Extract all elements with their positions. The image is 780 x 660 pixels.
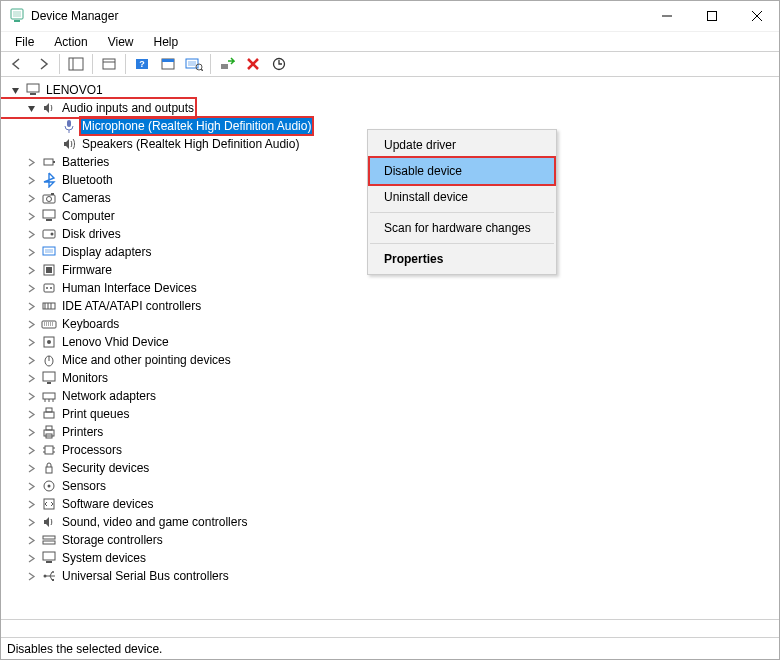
audio-icon bbox=[41, 100, 57, 116]
tree-item[interactable]: Sensors bbox=[1, 477, 779, 495]
chevron-right-icon[interactable] bbox=[25, 282, 37, 294]
chevron-right-icon[interactable] bbox=[25, 408, 37, 420]
chevron-right-icon[interactable] bbox=[25, 552, 37, 564]
chevron-right-icon[interactable] bbox=[25, 444, 37, 456]
maximize-button[interactable] bbox=[689, 1, 734, 31]
chevron-down-icon[interactable] bbox=[25, 102, 37, 114]
back-button[interactable] bbox=[5, 53, 29, 75]
tree-item[interactable]: Print queues bbox=[1, 405, 779, 423]
device-icon bbox=[41, 280, 57, 296]
ctx-scan-hardware[interactable]: Scan for hardware changes bbox=[370, 215, 554, 241]
tree-item[interactable]: Software devices bbox=[1, 495, 779, 513]
tree-item-label: Processors bbox=[61, 442, 123, 458]
chevron-right-icon[interactable] bbox=[25, 192, 37, 204]
scan-hardware-button[interactable] bbox=[182, 53, 206, 75]
action-button[interactable] bbox=[156, 53, 180, 75]
tree-item-microphone-label: Microphone (Realtek High Definition Audi… bbox=[81, 118, 312, 134]
tree-item[interactable]: Universal Serial Bus controllers bbox=[1, 567, 779, 585]
tree-item[interactable]: IDE ATA/ATAPI controllers bbox=[1, 297, 779, 315]
enable-device-button[interactable] bbox=[215, 53, 239, 75]
svg-rect-1 bbox=[13, 11, 21, 17]
chevron-down-icon[interactable] bbox=[9, 84, 21, 96]
chevron-right-icon[interactable] bbox=[25, 336, 37, 348]
status-text: Disables the selected device. bbox=[7, 642, 162, 656]
device-icon bbox=[41, 370, 57, 386]
tree-item-label: Storage controllers bbox=[61, 532, 164, 548]
chevron-right-icon[interactable] bbox=[25, 300, 37, 312]
ctx-separator bbox=[370, 212, 554, 213]
svg-rect-83 bbox=[52, 579, 54, 581]
tree-item[interactable]: Mice and other pointing devices bbox=[1, 351, 779, 369]
tree-root[interactable]: LENOVO1 bbox=[1, 81, 779, 99]
tree-item[interactable]: Sound, video and game controllers bbox=[1, 513, 779, 531]
tree-item[interactable]: Lenovo Vhid Device bbox=[1, 333, 779, 351]
chevron-right-icon[interactable] bbox=[25, 534, 37, 546]
tree-item[interactable]: Human Interface Devices bbox=[1, 279, 779, 297]
ctx-update-driver[interactable]: Update driver bbox=[370, 132, 554, 158]
chevron-right-icon[interactable] bbox=[25, 462, 37, 474]
chevron-right-icon[interactable] bbox=[25, 372, 37, 384]
chevron-right-icon[interactable] bbox=[25, 390, 37, 402]
menu-action[interactable]: Action bbox=[46, 33, 95, 51]
ctx-separator bbox=[370, 243, 554, 244]
menu-file[interactable]: File bbox=[7, 33, 42, 51]
tree-item[interactable]: Keyboards bbox=[1, 315, 779, 333]
tree-item-audio[interactable]: Audio inputs and outputs bbox=[1, 99, 195, 117]
ctx-properties[interactable]: Properties bbox=[370, 246, 554, 272]
tree-item[interactable]: Storage controllers bbox=[1, 531, 779, 549]
svg-rect-14 bbox=[162, 59, 174, 62]
svg-rect-16 bbox=[188, 61, 196, 66]
forward-button[interactable] bbox=[31, 53, 55, 75]
svg-line-80 bbox=[50, 572, 52, 576]
tree-item[interactable]: System devices bbox=[1, 549, 779, 567]
disable-device-button[interactable] bbox=[241, 53, 265, 75]
statusbar: Disables the selected device. bbox=[1, 637, 779, 659]
update-driver-button[interactable] bbox=[267, 53, 291, 75]
menu-view[interactable]: View bbox=[100, 33, 142, 51]
tree-item-label: Network adapters bbox=[61, 388, 157, 404]
tree-item[interactable]: Security devices bbox=[1, 459, 779, 477]
chevron-right-icon[interactable] bbox=[25, 264, 37, 276]
tree-item-label: Lenovo Vhid Device bbox=[61, 334, 170, 350]
chevron-right-icon[interactable] bbox=[25, 174, 37, 186]
chevron-right-icon[interactable] bbox=[25, 246, 37, 258]
svg-point-82 bbox=[52, 571, 54, 573]
minimize-button[interactable] bbox=[644, 1, 689, 31]
device-icon bbox=[41, 244, 57, 260]
show-hide-tree-button[interactable] bbox=[64, 53, 88, 75]
chevron-right-icon[interactable] bbox=[25, 570, 37, 582]
tree-item[interactable]: Processors bbox=[1, 441, 779, 459]
tree-item[interactable]: Monitors bbox=[1, 369, 779, 387]
ctx-uninstall-device[interactable]: Uninstall device bbox=[370, 184, 554, 210]
chevron-right-icon[interactable] bbox=[25, 498, 37, 510]
chevron-right-icon[interactable] bbox=[25, 210, 37, 222]
tree-item-label: Batteries bbox=[61, 154, 110, 170]
tree-item-label: Print queues bbox=[61, 406, 130, 422]
device-icon bbox=[41, 478, 57, 494]
tree-item-speakers-label: Speakers (Realtek High Definition Audio) bbox=[81, 136, 300, 152]
chevron-right-icon[interactable] bbox=[25, 516, 37, 528]
titlebar: Device Manager bbox=[1, 1, 779, 31]
tree-item[interactable]: Printers bbox=[1, 423, 779, 441]
svg-point-35 bbox=[51, 233, 54, 236]
chevron-right-icon[interactable] bbox=[25, 480, 37, 492]
device-icon bbox=[41, 496, 57, 512]
menu-help[interactable]: Help bbox=[146, 33, 187, 51]
chevron-right-icon[interactable] bbox=[25, 318, 37, 330]
tree-item[interactable]: Network adapters bbox=[1, 387, 779, 405]
chevron-right-icon[interactable] bbox=[25, 228, 37, 240]
ctx-disable-device[interactable]: Disable device bbox=[370, 158, 554, 184]
svg-rect-7 bbox=[69, 58, 83, 70]
chevron-right-icon[interactable] bbox=[25, 156, 37, 168]
chevron-right-icon[interactable] bbox=[25, 426, 37, 438]
device-icon bbox=[41, 568, 57, 584]
properties-button[interactable] bbox=[97, 53, 121, 75]
svg-rect-33 bbox=[46, 219, 52, 221]
svg-line-81 bbox=[50, 576, 52, 580]
chevron-right-icon[interactable] bbox=[25, 354, 37, 366]
svg-point-30 bbox=[47, 197, 52, 202]
help-button[interactable]: ? bbox=[130, 53, 154, 75]
tree-item-label: Firmware bbox=[61, 262, 113, 278]
close-button[interactable] bbox=[734, 1, 779, 31]
svg-rect-39 bbox=[46, 267, 52, 273]
